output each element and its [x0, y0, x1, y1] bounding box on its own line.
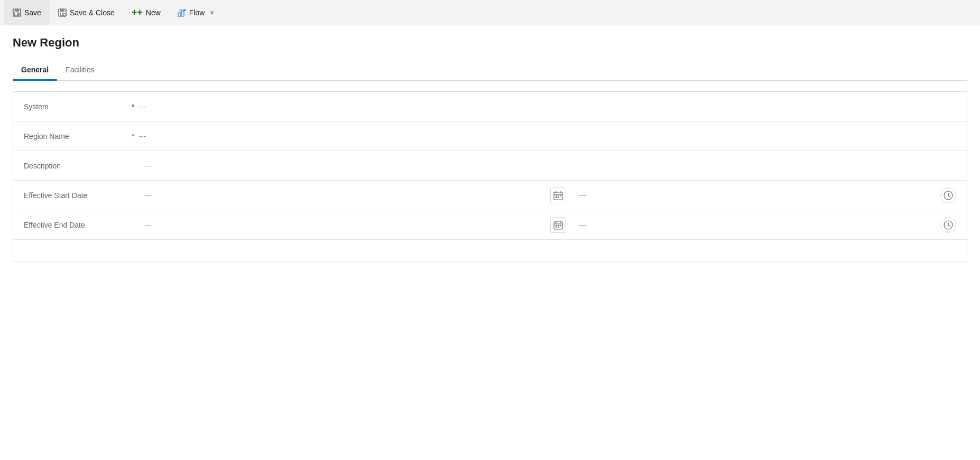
svg-rect-20 [558, 197, 559, 198]
empty-row [13, 240, 967, 261]
effective-end-date-separator: --- [550, 217, 956, 233]
svg-rect-30 [560, 225, 561, 226]
system-required-star: * [132, 102, 134, 111]
svg-rect-31 [556, 227, 557, 228]
save-close-label: Save & Close [70, 8, 115, 17]
region-name-required-star: * [132, 132, 134, 140]
effective-end-time-value[interactable]: --- [579, 221, 930, 229]
effective-start-date-label: Effective Start Date [24, 191, 130, 200]
tab-general-label: General [21, 65, 49, 74]
svg-rect-16 [556, 195, 557, 196]
effective-start-time-value[interactable]: --- [579, 191, 930, 200]
effective-end-date-clock-icon[interactable] [940, 217, 956, 233]
region-name-label: Region Name [24, 132, 130, 140]
effective-end-date-row: Effective End Date --- [13, 210, 967, 240]
svg-line-35 [948, 225, 950, 226]
effective-start-date-row: Effective Start Date --- [13, 181, 967, 210]
system-label: System [24, 102, 130, 111]
effective-end-date-label: Effective End Date [24, 221, 130, 229]
description-value[interactable]: --- [144, 162, 956, 170]
flow-icon [178, 8, 186, 17]
save-close-icon [58, 8, 67, 17]
page-title: New Region [13, 36, 967, 50]
region-name-value[interactable]: --- [138, 132, 956, 140]
form-section: System * --- Region Name * --- Descripti… [13, 91, 967, 261]
effective-end-date-content: --- [144, 217, 956, 233]
tabs: General Facilities [13, 60, 967, 81]
new-icon: + [132, 7, 143, 18]
flow-label: Flow [189, 8, 205, 17]
region-name-row: Region Name * --- [13, 121, 967, 151]
new-label: New [146, 8, 161, 17]
effective-start-date-calendar-icon[interactable] [550, 187, 566, 203]
effective-start-date-clock-icon[interactable] [940, 187, 956, 203]
flow-chevron-icon: ∨ [210, 9, 214, 16]
save-icon [13, 8, 21, 17]
tab-general[interactable]: General [13, 60, 57, 81]
description-label: Description [24, 162, 130, 170]
svg-rect-10 [181, 11, 184, 16]
svg-rect-19 [556, 197, 557, 198]
effective-start-date-value[interactable]: --- [144, 191, 550, 200]
new-button[interactable]: + New [123, 0, 169, 25]
svg-rect-17 [558, 195, 559, 196]
svg-rect-5 [60, 9, 64, 12]
effective-end-date-value[interactable]: --- [144, 221, 550, 229]
toolbar: Save Save & Close + New F [0, 0, 980, 25]
effective-start-date-separator: --- [550, 187, 956, 203]
svg-rect-29 [558, 225, 559, 226]
page-content: New Region General Facilities System * -… [0, 25, 980, 272]
effective-start-date-content: --- [144, 187, 956, 203]
svg-rect-28 [556, 225, 557, 226]
save-close-button[interactable]: Save & Close [50, 0, 123, 25]
svg-rect-3 [15, 13, 17, 15]
svg-rect-32 [558, 227, 559, 228]
svg-line-23 [948, 195, 950, 196]
description-row: Description --- [13, 151, 967, 181]
tab-facilities[interactable]: Facilities [57, 60, 103, 81]
system-row: System * --- [13, 92, 967, 121]
system-value[interactable]: --- [138, 102, 956, 111]
svg-rect-18 [560, 195, 561, 196]
svg-rect-9 [178, 13, 181, 16]
save-button[interactable]: Save [4, 0, 50, 25]
effective-end-date-calendar-icon[interactable] [550, 217, 566, 233]
flow-button[interactable]: Flow ∨ [169, 0, 223, 25]
svg-rect-7 [61, 13, 62, 15]
tab-facilities-label: Facilities [66, 65, 94, 74]
save-label: Save [24, 8, 41, 17]
svg-rect-1 [15, 9, 19, 12]
